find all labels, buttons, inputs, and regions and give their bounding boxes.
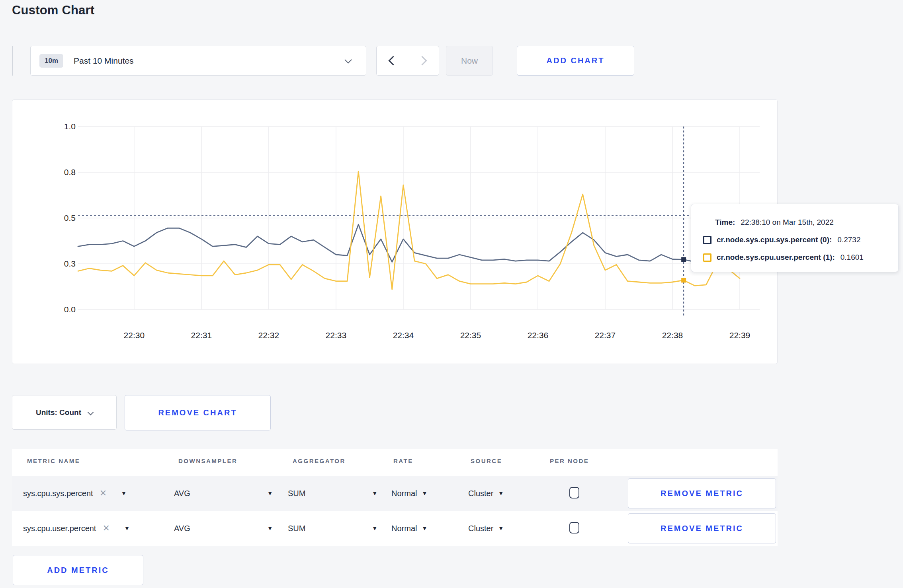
col-header-source: SOURCE	[471, 458, 502, 464]
metric-name-value: sys.cpu.sys.percent	[23, 489, 93, 498]
per-node-checkbox[interactable]	[569, 522, 579, 533]
tooltip-time-label: Time:	[715, 218, 735, 227]
aggregator-value: SUM	[288, 489, 305, 498]
time-range-badge: 10m	[39, 54, 63, 68]
prev-range-button[interactable]	[377, 46, 408, 75]
add-metric-button[interactable]: ADD METRIC	[13, 555, 143, 585]
dropdown-arrow-icon: ▼	[267, 525, 273, 532]
dropdown-arrow-icon: ▼	[498, 490, 504, 496]
aggregator-select[interactable]: SUM ▼	[288, 476, 377, 511]
tooltip-series-value: 0.1601	[840, 253, 864, 262]
tooltip-time-value: 22:38:10 on Mar 15th, 2022	[741, 218, 833, 227]
remove-metric-button[interactable]: REMOVE METRIC	[628, 513, 776, 543]
tooltip-series-row: cr.node.sys.cpu.user.percent (1): 0.1601	[703, 249, 886, 266]
time-range-label: Past 10 Minutes	[74, 56, 134, 66]
source-value: Cluster	[468, 489, 493, 498]
downsampler-value: AVG	[174, 524, 190, 533]
now-button[interactable]: Now	[446, 46, 493, 76]
units-label: Units: Count	[36, 408, 81, 417]
chevron-down-icon	[88, 409, 94, 416]
add-chart-button[interactable]: ADD CHART	[517, 46, 634, 76]
downsampler-select[interactable]: AVG ▼	[174, 511, 273, 546]
next-range-button[interactable]	[408, 46, 439, 75]
downsampler-select[interactable]: AVG ▼	[174, 476, 273, 511]
dropdown-arrow-icon: ▼	[372, 525, 377, 532]
aggregator-value: SUM	[288, 524, 305, 533]
downsampler-value: AVG	[174, 489, 190, 498]
col-header-downsampler: DOWNSAMPLER	[178, 458, 237, 464]
custom-chart-page: Custom Chart 10m Past 10 Minutes Now ADD…	[0, 0, 903, 588]
clear-icon[interactable]: ✕	[100, 488, 107, 498]
units-select[interactable]: Units: Count	[12, 395, 117, 430]
dropdown-arrow-icon: ▼	[498, 525, 504, 532]
table-row: sys.cpu.sys.percent ✕ ▼ AVG ▼ SUM ▼ Norm…	[12, 476, 778, 511]
series-user-legend-icon	[703, 253, 711, 262]
metric-name-select[interactable]: sys.cpu.user.percent ✕ ▼	[23, 511, 130, 546]
chart-tooltip: Time: 22:38:10 on Mar 15th, 2022 cr.node…	[691, 204, 899, 272]
rate-value: Normal	[391, 524, 417, 533]
source-select[interactable]: Cluster ▼	[468, 511, 504, 546]
dropdown-arrow-icon: ▼	[372, 490, 377, 496]
per-node-checkbox[interactable]	[569, 487, 579, 498]
table-row: sys.cpu.user.percent ✕ ▼ AVG ▼ SUM ▼ Nor…	[12, 511, 778, 546]
chevron-down-icon	[344, 56, 352, 63]
dropdown-arrow-icon: ▼	[121, 490, 127, 496]
tooltip-series-label: cr.node.sys.cpu.user.percent (1):	[717, 253, 835, 262]
rate-value: Normal	[391, 489, 417, 498]
tooltip-series-value: 0.2732	[837, 236, 860, 244]
rate-select[interactable]: Normal ▼	[391, 511, 427, 546]
metric-name-value: sys.cpu.user.percent	[23, 524, 96, 533]
tooltip-series-row: cr.node.sys.cpu.sys.percent (0): 0.2732	[703, 231, 886, 249]
dropdown-arrow-icon: ▼	[422, 490, 427, 496]
col-header-metric-name: METRIC NAME	[27, 458, 80, 464]
clear-icon[interactable]: ✕	[102, 523, 109, 533]
col-header-per-node: PER NODE	[550, 458, 589, 464]
metrics-table: METRIC NAME DOWNSAMPLER AGGREGATOR RATE …	[12, 449, 778, 546]
metrics-table-header: METRIC NAME DOWNSAMPLER AGGREGATOR RATE …	[12, 449, 778, 476]
source-value: Cluster	[468, 524, 493, 533]
dropdown-arrow-icon: ▼	[267, 490, 273, 496]
col-header-aggregator: AGGREGATOR	[293, 458, 346, 464]
dropdown-arrow-icon: ▼	[124, 525, 130, 532]
time-pager	[376, 46, 439, 76]
remove-chart-button[interactable]: REMOVE CHART	[125, 395, 271, 430]
col-header-rate: RATE	[393, 458, 413, 464]
dropdown-arrow-icon: ▼	[422, 525, 427, 532]
metric-name-select[interactable]: sys.cpu.sys.percent ✕ ▼	[23, 476, 127, 511]
series-sys-legend-icon	[703, 236, 711, 244]
toolbar-divider	[12, 46, 13, 76]
source-select[interactable]: Cluster ▼	[468, 476, 504, 511]
time-range-select[interactable]: 10m Past 10 Minutes	[30, 46, 366, 76]
chevron-right-icon	[417, 56, 427, 65]
tooltip-series-label: cr.node.sys.cpu.sys.percent (0):	[717, 236, 832, 244]
aggregator-select[interactable]: SUM ▼	[288, 511, 377, 546]
remove-metric-button[interactable]: REMOVE METRIC	[628, 478, 776, 508]
tooltip-time-row: Time: 22:38:10 on Mar 15th, 2022	[703, 214, 886, 231]
chart-card	[12, 99, 778, 364]
page-title: Custom Chart	[12, 3, 94, 18]
chevron-left-icon	[389, 56, 398, 65]
rate-select[interactable]: Normal ▼	[391, 476, 427, 511]
